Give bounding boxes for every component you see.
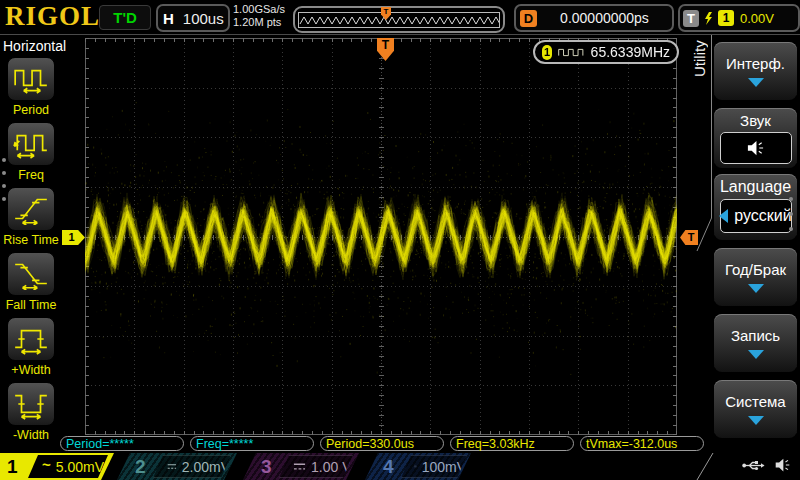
measurement-slot-2: Freq=***** bbox=[190, 436, 314, 451]
rigol-logo: RIGOL bbox=[5, 1, 100, 32]
left-softkey-menu: Horizontal Period Freq bbox=[0, 35, 62, 450]
softkey-label: Система bbox=[714, 393, 797, 410]
period-icon bbox=[7, 57, 55, 101]
chevron-down-icon bbox=[748, 284, 764, 293]
utility-tab-outline bbox=[690, 35, 716, 260]
channel1-level-marker[interactable]: 1 bbox=[62, 230, 85, 245]
menu-item-freq[interactable]: Freq bbox=[0, 122, 62, 186]
sound-setting-box bbox=[720, 132, 792, 164]
measurement-slot-5: tVmax=-312.0us bbox=[580, 436, 704, 451]
channel3-coupling-dc-icon bbox=[293, 462, 306, 471]
square-wave-icon bbox=[558, 46, 584, 59]
channel4-coupling-dc-icon bbox=[414, 462, 417, 471]
measurement-bar: Period=***** Freq=***** Period=330.0us F… bbox=[0, 436, 800, 452]
timebase-box[interactable]: H 100us bbox=[156, 4, 230, 32]
usb-icon bbox=[742, 459, 765, 472]
softkey-sound[interactable]: Звук bbox=[714, 108, 797, 168]
channel4-scale: 100mV bbox=[422, 459, 466, 475]
sample-rate: 1.00GSa/s bbox=[233, 3, 285, 16]
delay-label: D bbox=[520, 10, 537, 27]
channel1-status[interactable]: 1 ~ 5.00mV bbox=[0, 453, 114, 480]
softkey-label: Звук bbox=[714, 108, 797, 129]
softkey-label: Запись bbox=[714, 327, 797, 344]
oscilloscope-screen: RIGOL T'D H 100us 1.00GSa/s 1.20M pts T … bbox=[0, 0, 800, 480]
channel3-status[interactable]: 3 1.00 V bbox=[243, 453, 359, 480]
trigger-level-marker[interactable]: T bbox=[680, 230, 698, 245]
rise-time-icon bbox=[7, 187, 55, 231]
acquisition-info: 1.00GSa/s 1.20M pts bbox=[233, 3, 285, 29]
measurement-slot-3: Period=330.0us bbox=[320, 436, 444, 451]
freq-icon bbox=[7, 122, 55, 166]
frequency-counter: 1 65.6339MHz bbox=[533, 40, 679, 64]
measurement-slot-1: Period=***** bbox=[60, 436, 184, 451]
softkey-label: Год/Брак bbox=[714, 261, 797, 278]
softkey-interface[interactable]: Интерф. bbox=[714, 42, 797, 100]
measurement-slot-4: Freq=3.03kHz bbox=[450, 436, 574, 451]
speaker-icon bbox=[746, 140, 765, 156]
menu-item-period[interactable]: Period bbox=[0, 57, 62, 121]
softkey-system[interactable]: Система bbox=[714, 380, 797, 438]
channel4-status[interactable]: 4 100mV bbox=[365, 453, 471, 480]
fall-time-icon bbox=[7, 252, 55, 296]
softkey-language[interactable]: Language русский bbox=[714, 174, 797, 240]
softkey-year-grade[interactable]: Год/Брак bbox=[714, 248, 797, 306]
channel-status-bar: 1 ~ 5.00mV 2 2.00mV 3 bbox=[0, 453, 800, 480]
menu-item-label: Rise Time bbox=[3, 233, 59, 247]
trigger-source-badge: 1 bbox=[718, 10, 734, 26]
right-menu-page-dots bbox=[789, 197, 793, 231]
softkey-label: Language bbox=[714, 174, 797, 196]
graticule-display: 1 65.6339MHz T 1 T bbox=[85, 38, 677, 435]
menu-item-label: Period bbox=[13, 103, 49, 117]
language-value-box: русский bbox=[720, 199, 792, 233]
channel1-scale: 5.00mV bbox=[56, 459, 104, 475]
minus-width-icon bbox=[7, 382, 55, 426]
channel3-scale: 1.00 V bbox=[311, 459, 351, 475]
waveform-preview-bar: T bbox=[293, 6, 505, 33]
menu-item-label: Freq bbox=[18, 168, 44, 182]
channel1-number: 1 bbox=[7, 453, 18, 480]
delay-box[interactable]: D 0.00000000ps bbox=[514, 4, 674, 32]
channel3-number: 3 bbox=[261, 453, 272, 480]
left-menu-scroll-dots bbox=[2, 158, 6, 201]
preview-waveform bbox=[295, 8, 499, 31]
chevron-down-icon bbox=[748, 78, 764, 87]
channel4-number: 4 bbox=[383, 453, 394, 480]
status-icons bbox=[742, 458, 791, 472]
plus-width-icon bbox=[7, 317, 55, 361]
chevron-left-icon bbox=[719, 209, 728, 223]
chevron-down-icon bbox=[748, 416, 764, 425]
channel2-scale: 2.00mV bbox=[182, 459, 230, 475]
trigger-status-badge: T'D bbox=[99, 5, 151, 30]
counter-channel-badge: 1 bbox=[542, 45, 552, 60]
chevron-down-icon bbox=[748, 350, 764, 359]
trigger-level-value: 0.00V bbox=[740, 11, 774, 26]
menu-item-plus-width[interactable]: +Width bbox=[0, 317, 62, 381]
channel2-number: 2 bbox=[135, 453, 146, 480]
language-value: русский bbox=[734, 207, 791, 225]
menu-item-rise-time[interactable]: Rise Time bbox=[0, 187, 62, 251]
trigger-slope-icon bbox=[703, 11, 714, 26]
menu-item-label: +Width bbox=[11, 363, 50, 377]
timebase-value: 100us bbox=[183, 10, 224, 27]
counter-value: 65.6339MHz bbox=[591, 44, 670, 60]
channel2-coupling-dc-icon bbox=[167, 462, 177, 471]
channel2-status[interactable]: 2 2.00mV bbox=[117, 453, 237, 480]
channel1-coupling-ac: ~ bbox=[42, 456, 51, 473]
speaker-icon bbox=[774, 458, 791, 472]
memory-depth: 1.20M pts bbox=[233, 16, 285, 29]
top-status-bar: RIGOL T'D H 100us 1.00GSa/s 1.20M pts T … bbox=[0, 0, 800, 35]
delay-value: 0.00000000ps bbox=[537, 10, 672, 26]
softkey-label: Интерф. bbox=[714, 55, 797, 72]
menu-item-label: Fall Time bbox=[6, 298, 57, 312]
menu-item-fall-time[interactable]: Fall Time bbox=[0, 252, 62, 316]
trigger-label: T bbox=[683, 10, 699, 27]
statusbar-separator bbox=[694, 453, 716, 480]
left-menu-title: Horizontal bbox=[0, 35, 62, 56]
softkey-record[interactable]: Запись bbox=[714, 314, 797, 372]
horizontal-label: H bbox=[163, 10, 174, 27]
waveform-canvas bbox=[85, 38, 677, 435]
trigger-box[interactable]: T 1 0.00V bbox=[678, 4, 800, 32]
